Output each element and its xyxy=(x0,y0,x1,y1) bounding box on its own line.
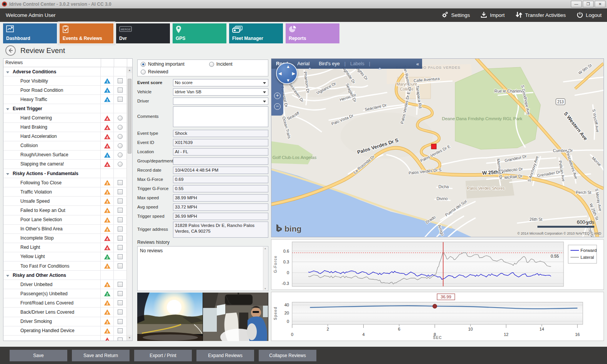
pan-down-icon[interactable]: ▼ xyxy=(286,78,290,83)
tab-dvr[interactable]: MERGEDvr xyxy=(116,23,170,43)
item-checkbox[interactable] xyxy=(118,180,123,185)
tree-item-driver-unbelted[interactable]: Driver Unbelted3 xyxy=(3,280,126,289)
comments-textarea[interactable] xyxy=(173,106,268,127)
tree-item-rough-uneven-surface[interactable]: Rough/Uneven Surface1 xyxy=(3,151,126,160)
map-mode-aerial[interactable]: Aerial xyxy=(297,61,309,66)
import-button[interactable]: Import xyxy=(481,12,504,19)
item-radio[interactable] xyxy=(118,152,123,157)
zoom-in-button[interactable]: + xyxy=(274,93,281,99)
item-checkbox[interactable] xyxy=(118,236,123,241)
item-checkbox[interactable] xyxy=(118,309,123,314)
tree-item-hard-braking[interactable]: Hard Braking4 xyxy=(3,123,126,132)
save-and-return-button[interactable]: Save and Return xyxy=(72,350,130,361)
radio-selected[interactable] xyxy=(141,62,146,67)
tree-item-collision[interactable]: Collision4 xyxy=(3,141,126,151)
item-checkbox[interactable] xyxy=(118,88,123,93)
reviews-history-scrollbar[interactable] xyxy=(263,247,268,290)
map-mode-labels[interactable]: Labels xyxy=(350,61,364,66)
item-checkbox[interactable] xyxy=(118,263,123,268)
collapse-icon[interactable] xyxy=(6,108,9,110)
tab-reports[interactable]: Reports xyxy=(286,23,339,43)
item-checkbox[interactable] xyxy=(118,300,123,305)
expand-reviews-button[interactable]: Expand Reviews xyxy=(196,350,254,361)
tree-item-driver-smoking[interactable]: Driver Smoking3 xyxy=(3,317,126,326)
scroll-down-icon[interactable]: ▼ xyxy=(127,335,132,341)
tree-item-incomplete-stop[interactable]: Incomplete Stop4 xyxy=(3,234,126,243)
item-checkbox[interactable] xyxy=(118,254,123,259)
status-option-incident[interactable]: Incident xyxy=(209,60,265,68)
tree-item-hard-cornering[interactable]: Hard Cornering4 xyxy=(3,113,126,122)
tree-item-failed-to-keep-an-out[interactable]: Failed to Keep an Out3 xyxy=(3,206,126,215)
status-option-nothing-important[interactable]: Nothing important xyxy=(141,60,209,68)
collapse-icon[interactable] xyxy=(6,173,9,175)
tree-item-hard-acceleration[interactable]: Hard Acceleration4 xyxy=(3,132,126,141)
tree-item-poor-road-condition[interactable]: Poor Road Condition1 xyxy=(3,86,126,95)
tree-item-back-driver-lens-covered[interactable]: Back/Driver Lens Covered3 xyxy=(3,308,126,317)
map-collapse-button[interactable]: « xyxy=(416,61,419,67)
tree-item-following-too-close[interactable]: Following Too Close3 xyxy=(3,178,126,187)
item-checkbox[interactable] xyxy=(118,227,123,232)
item-checkbox[interactable] xyxy=(118,189,123,194)
scroll-up-icon[interactable]: ▲ xyxy=(127,67,132,73)
radio-unselected[interactable] xyxy=(209,62,214,67)
tree-group-risky-actions-fundamentals[interactable]: Risky Actions - Fundamentals xyxy=(3,169,126,178)
bing-map[interactable]: 213 EAST RANCHO PALOS VERDESMarymountCol… xyxy=(271,58,604,237)
tree-group-risky-and-other-actions[interactable]: Risky and Other Actions xyxy=(3,271,126,280)
tree-group-event-trigger[interactable]: Event Trigger xyxy=(3,104,126,113)
tree-item-passenger-s-unbelted[interactable]: Passenger(s) Unbelted2 xyxy=(3,289,126,298)
zoom-out-button[interactable]: − xyxy=(274,103,281,110)
tab-dashboard[interactable]: Dashboard xyxy=(3,23,57,43)
scrollbar-thumb[interactable] xyxy=(128,79,131,154)
tree-item-too-fast-for-conditions[interactable]: Too Fast For Conditions3 xyxy=(3,261,126,271)
tree-item-poor-visibility[interactable]: Poor Visibility1 xyxy=(3,76,126,86)
status-option-reviewed[interactable]: Reviewed xyxy=(141,68,209,76)
tab-gps[interactable]: GPS xyxy=(173,23,226,43)
item-checkbox[interactable] xyxy=(118,78,123,83)
save-button[interactable]: Save xyxy=(10,350,67,361)
item-checkbox[interactable] xyxy=(118,319,123,324)
collapse-icon[interactable] xyxy=(6,71,9,73)
item-radio[interactable] xyxy=(118,143,123,148)
event-score-select[interactable]: No score xyxy=(173,79,268,86)
radio-unselected[interactable] xyxy=(141,69,146,74)
tab-events-reviews[interactable]: Events & Reviews xyxy=(60,23,113,43)
tree-item-poor-lane-selection[interactable]: Poor Lane Selection3 xyxy=(3,215,126,225)
tree-item-red-light[interactable]: Red Light4 xyxy=(3,243,126,252)
tree-item-traffic-violation[interactable]: Traffic Violation3 xyxy=(3,187,126,197)
export-print-button[interactable]: Export / Print xyxy=(134,350,192,361)
item-radio[interactable] xyxy=(118,125,123,130)
item-checkbox[interactable] xyxy=(118,97,123,102)
tree-item-unsafe-speed[interactable]: Unsafe Speed3 xyxy=(3,197,126,206)
collapse-reviews-button[interactable]: Collapse Reviews xyxy=(259,350,316,361)
tree-item-front-road-lens-covered[interactable]: Front/Road Lens Covered3 xyxy=(3,298,126,308)
map-mode-bird-s-eye[interactable]: Bird's eye xyxy=(319,61,340,66)
map-compass[interactable]: ▲ ▼ ◀ ▶ xyxy=(276,63,298,84)
event-location-marker[interactable] xyxy=(431,144,436,149)
item-checkbox[interactable] xyxy=(118,291,123,296)
tab-fleet-manager[interactable]: Fleet Manager xyxy=(229,23,283,43)
minimize-button[interactable]: — xyxy=(571,1,582,7)
back-button[interactable] xyxy=(5,45,16,56)
tree-group-adverse-conditions[interactable]: Adverse Conditions xyxy=(3,67,126,76)
item-radio[interactable] xyxy=(118,116,123,121)
pan-left-icon[interactable]: ◀ xyxy=(278,71,281,76)
item-checkbox[interactable] xyxy=(118,338,123,341)
item-checkbox[interactable] xyxy=(118,328,123,333)
cabin-camera-frame[interactable] xyxy=(203,293,268,341)
tree-item-yellow-light[interactable]: Yellow Light2 xyxy=(3,252,126,261)
vehicle-select[interactable]: idrive Van SB xyxy=(173,88,268,96)
tree-item-in-other-s-blind-area[interactable]: In Other's Blind Area3 xyxy=(3,225,126,234)
tree-item-heavy-traffic[interactable]: Heavy Traffic1 xyxy=(3,95,126,104)
road-camera-frame[interactable] xyxy=(137,293,203,341)
settings-button[interactable]: Settings xyxy=(441,11,470,20)
item-radio[interactable] xyxy=(118,134,123,139)
tree-item-slapping-the-camera-[interactable]: Slapping the camera!4 xyxy=(3,160,126,169)
driver-select[interactable] xyxy=(173,98,268,105)
tree-item[interactable]: 4 xyxy=(3,336,126,341)
item-checkbox[interactable] xyxy=(118,208,123,213)
item-checkbox[interactable] xyxy=(118,217,123,222)
pan-up-icon[interactable]: ▲ xyxy=(286,64,290,69)
pan-right-icon[interactable]: ▶ xyxy=(292,71,295,76)
transfer-activities-button[interactable]: Transfer Activities xyxy=(516,12,566,19)
reviews-scrollbar[interactable]: ▲ ▼ xyxy=(126,67,132,341)
